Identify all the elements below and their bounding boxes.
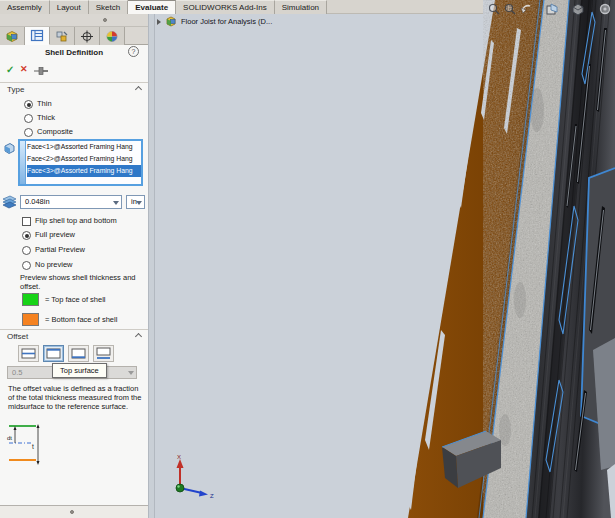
type-section-header: Type xyxy=(7,85,24,94)
offset-value: 0.5 xyxy=(12,368,22,377)
offset-description: The offset value is defined as a fractio… xyxy=(8,384,142,411)
tab-simulation[interactable]: Simulation xyxy=(275,0,327,14)
panel-action-bar: ✓ ✕ xyxy=(0,64,148,80)
diagram-t-label: t xyxy=(32,443,34,450)
tab-display-manager[interactable] xyxy=(100,27,125,45)
thickness-value: 0.048in xyxy=(25,197,50,206)
offset-section-header: Offset xyxy=(7,332,28,341)
chevron-down-icon[interactable] xyxy=(113,201,119,205)
face-list-item[interactable]: Face<2>@Assorted Framing Hang xyxy=(27,153,141,165)
flyout-grip-icon[interactable] xyxy=(103,18,107,22)
chevron-down-icon[interactable] xyxy=(136,201,142,205)
zoom-to-fit-icon[interactable] xyxy=(487,2,501,15)
feature-manager-icon xyxy=(5,30,19,43)
property-manager-icon xyxy=(30,29,44,42)
type-collapse-icon[interactable] xyxy=(135,86,142,93)
triad-right-label: Z xyxy=(210,493,214,499)
face-list-item[interactable]: Face<1>@Assorted Framing Hang xyxy=(27,141,141,153)
configuration-manager-icon xyxy=(55,30,69,43)
top-face-color-swatch xyxy=(22,293,39,306)
radio-composite-label: Composite xyxy=(37,127,73,136)
reference-triad: X Z xyxy=(162,452,222,508)
tab-dimxpert-manager[interactable] xyxy=(75,27,100,45)
top-surface-tooltip: Top surface xyxy=(52,363,107,378)
chevron-down-icon xyxy=(128,371,134,375)
display-manager-icon xyxy=(105,30,119,43)
solidworks-window: Floor Joist for Analysis (D... X Z Assem… xyxy=(0,0,615,518)
midsurface-button[interactable] xyxy=(18,345,39,362)
tab-layout[interactable]: Layout xyxy=(50,0,89,14)
face-selection-list[interactable]: Face<1>@Assorted Framing Hang Face<2>@As… xyxy=(18,139,143,186)
diagram-dt-label: dt xyxy=(7,435,12,441)
assembly-icon xyxy=(165,16,177,27)
cancel-button[interactable]: ✕ xyxy=(20,64,28,74)
tree-expand-icon[interactable] xyxy=(157,19,161,25)
help-icon[interactable]: ? xyxy=(128,46,139,57)
flip-shell-checkbox[interactable] xyxy=(22,217,31,226)
radio-partial-preview[interactable] xyxy=(22,246,31,255)
ok-button[interactable]: ✓ xyxy=(6,64,14,75)
radio-no-preview-label: No preview xyxy=(35,260,73,269)
radio-no-preview[interactable] xyxy=(22,261,31,270)
triad-up-label: X xyxy=(177,454,181,460)
top-surface-button[interactable] xyxy=(43,345,64,362)
previous-view-icon[interactable] xyxy=(519,2,533,15)
bottom-grip-icon[interactable] xyxy=(70,510,74,514)
command-manager-tab-bar: Assembly Layout Sketch Evaluate SOLIDWOR… xyxy=(0,0,483,14)
manager-tab-bar xyxy=(0,27,148,45)
view-settings-icon[interactable] xyxy=(598,2,612,15)
offset-collapse-icon[interactable] xyxy=(135,333,142,340)
display-style-icon[interactable] xyxy=(571,2,585,15)
preview-note: Preview shows shell thickness and offset… xyxy=(20,273,142,291)
radio-thin-label: Thin xyxy=(37,99,52,108)
flip-shell-label: Flip shell top and bottom xyxy=(35,216,117,225)
bottom-surface-button[interactable] xyxy=(68,345,89,362)
face-selection-icon xyxy=(3,142,16,155)
specify-ratio-button[interactable] xyxy=(93,345,114,362)
tab-configuration-manager[interactable] xyxy=(50,27,75,45)
bottom-face-color-swatch xyxy=(22,313,39,326)
top-surface-icon xyxy=(46,348,61,359)
panel-viewport-splitter[interactable] xyxy=(148,14,155,518)
tab-assembly[interactable]: Assembly xyxy=(0,0,50,14)
tab-feature-manager[interactable] xyxy=(0,27,25,45)
face-list-item[interactable]: Face<3>@Assorted Framing Hang xyxy=(27,165,141,177)
radio-partial-preview-label: Partial Preview xyxy=(35,245,85,254)
dimxpert-manager-icon xyxy=(80,30,94,43)
property-manager-panel: Shell Definition ? ✓ ✕ Type Thin Thick C… xyxy=(0,14,148,518)
bottom-surface-icon xyxy=(71,348,86,359)
radio-thick[interactable] xyxy=(24,114,33,123)
section-view-icon[interactable] xyxy=(545,2,559,15)
radio-composite[interactable] xyxy=(24,128,33,137)
panel-title: Shell Definition xyxy=(0,48,148,57)
panel-bottom-splitter[interactable] xyxy=(0,505,148,518)
midsurface-icon xyxy=(21,348,36,359)
radio-thick-label: Thick xyxy=(37,113,55,122)
shell-thickness-icon xyxy=(2,195,17,209)
specify-ratio-icon xyxy=(96,347,111,360)
tab-property-manager[interactable] xyxy=(25,27,50,45)
panel-flyout-strip[interactable] xyxy=(0,14,148,27)
radio-full-preview-label: Full preview xyxy=(35,230,75,239)
tab-evaluate[interactable]: Evaluate xyxy=(128,0,176,14)
radio-full-preview[interactable] xyxy=(22,231,31,240)
offset-diagram: dt t xyxy=(6,422,50,466)
bottom-face-legend-label: = Bottom face of shell xyxy=(45,315,117,324)
pin-icon[interactable] xyxy=(34,66,49,76)
tree-item-label: Floor Joist for Analysis (D... xyxy=(181,17,272,26)
radio-thin[interactable] xyxy=(24,100,33,109)
thickness-unit-select[interactable]: in xyxy=(126,195,145,209)
zoom-to-area-icon[interactable] xyxy=(503,2,517,15)
top-face-legend-label: = Top face of shell xyxy=(45,295,106,304)
list-selection-strip xyxy=(20,141,26,184)
feature-tree-root[interactable]: Floor Joist for Analysis (D... xyxy=(157,15,272,28)
thickness-input[interactable]: 0.048in xyxy=(20,195,122,209)
tab-sketch[interactable]: Sketch xyxy=(89,0,128,14)
tab-solidworks-add-ins[interactable]: SOLIDWORKS Add-Ins xyxy=(176,0,275,14)
viewport-3d-scene[interactable] xyxy=(155,0,615,518)
